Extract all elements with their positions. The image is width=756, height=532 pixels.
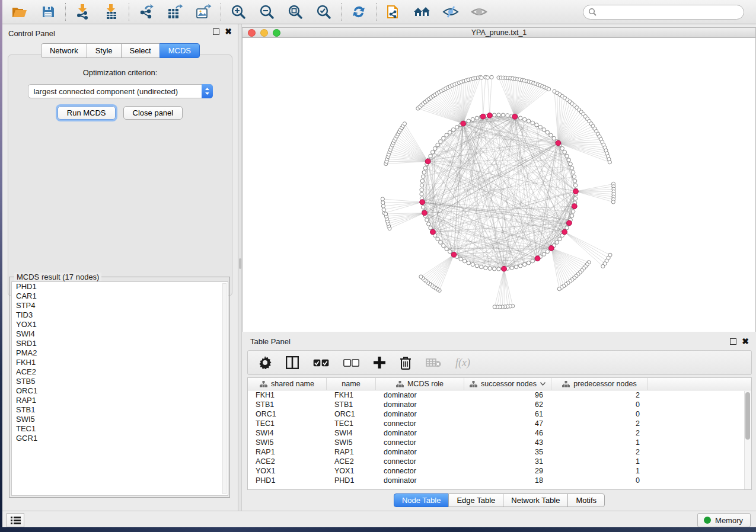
zoom-selected-icon[interactable] — [315, 3, 333, 21]
table-cell[interactable]: YOX1 — [248, 466, 327, 476]
close-table-panel-icon[interactable]: ✖ — [742, 338, 749, 345]
table-cell[interactable]: 2 — [551, 447, 648, 457]
select-all-icon[interactable] — [313, 359, 329, 367]
result-node-item[interactable]: PHD1 — [12, 282, 228, 291]
tab-motifs[interactable]: Motifs — [567, 493, 605, 507]
column-header-successor-nodes[interactable]: successor nodes — [464, 378, 551, 390]
result-node-item[interactable]: STP4 — [12, 301, 228, 310]
table-cell[interactable]: 43 — [464, 438, 551, 447]
table-cell[interactable]: 96 — [464, 390, 551, 400]
panel-splitter[interactable] — [238, 24, 242, 511]
tab-style[interactable]: Style — [87, 43, 122, 58]
table-cell[interactable]: 31 — [464, 457, 551, 466]
result-node-item[interactable]: STB1 — [12, 405, 228, 415]
tab-network[interactable]: Network — [41, 43, 87, 58]
result-node-item[interactable]: TID3 — [12, 310, 228, 320]
table-cell[interactable]: connector — [376, 457, 464, 466]
close-panel-button[interactable]: Close panel — [123, 106, 183, 120]
result-node-item[interactable]: CAR1 — [12, 291, 228, 301]
result-node-item[interactable]: FKH1 — [12, 358, 228, 367]
result-list-scrollbar[interactable] — [222, 283, 227, 494]
table-scrollbar[interactable] — [744, 391, 751, 489]
table-cell[interactable]: connector — [376, 419, 464, 428]
table-cell[interactable]: STB1 — [327, 400, 376, 409]
table-cell[interactable]: 0 — [551, 476, 648, 485]
close-panel-icon[interactable]: ✖ — [225, 28, 232, 35]
table-cell[interactable]: SWI4 — [248, 428, 327, 438]
table-cell[interactable]: 61 — [464, 409, 551, 419]
table-row[interactable]: YOX1YOX1connector291 — [248, 466, 751, 476]
result-node-item[interactable]: PMA2 — [12, 348, 228, 358]
task-history-button[interactable] — [7, 513, 24, 527]
network-document-icon[interactable] — [385, 3, 403, 21]
table-cell[interactable]: 35 — [464, 447, 551, 457]
column-header-shared-name[interactable]: shared name — [248, 378, 327, 390]
table-cell[interactable]: FKH1 — [248, 390, 327, 400]
table-row[interactable]: ACE2ACE2connector311 — [248, 457, 751, 466]
zoom-out-icon[interactable] — [258, 3, 276, 21]
network-canvas[interactable] — [243, 39, 755, 332]
optimization-criterion-select[interactable]: largest connected component (undirected) — [28, 84, 213, 98]
table-cell[interactable]: 1 — [551, 438, 648, 447]
search-input[interactable] — [599, 8, 739, 16]
memory-button[interactable]: Memory — [697, 513, 751, 527]
export-table-icon[interactable] — [166, 3, 184, 21]
search-field[interactable] — [583, 5, 744, 20]
run-mcds-button[interactable]: Run MCDS — [58, 106, 116, 120]
table-cell[interactable]: dominator — [376, 476, 464, 485]
export-network-icon[interactable] — [138, 3, 155, 21]
hide-eye-icon[interactable] — [442, 3, 460, 21]
table-cell[interactable]: 62 — [464, 400, 551, 409]
table-settings-icon[interactable] — [259, 356, 272, 369]
table-cell[interactable]: ACE2 — [248, 457, 327, 466]
table-cell[interactable]: 47 — [464, 419, 551, 428]
table-cell[interactable]: RAP1 — [248, 447, 327, 457]
table-cell[interactable]: dominator — [376, 400, 464, 409]
network-window-titlebar[interactable]: YPA_prune.txt_1 — [243, 28, 755, 38]
zoom-in-icon[interactable] — [229, 3, 247, 21]
table-cell[interactable]: 18 — [464, 476, 551, 485]
show-columns-icon[interactable] — [286, 356, 299, 369]
table-cell[interactable]: SWI4 — [327, 428, 376, 438]
delete-column-icon[interactable] — [400, 356, 412, 370]
add-column-icon[interactable] — [374, 357, 385, 368]
table-row[interactable]: SWI4SWI4dominator462 — [248, 428, 751, 438]
float-table-panel-icon[interactable] — [730, 338, 736, 345]
table-row[interactable]: TEC1TEC1connector472 — [248, 419, 751, 428]
table-cell[interactable]: dominator — [376, 390, 464, 400]
result-node-item[interactable]: SWI5 — [12, 415, 228, 424]
column-header-name[interactable]: name — [327, 378, 376, 390]
mcds-result-list[interactable]: PHD1CAR1STP4TID3YOX1SWI4SRD1PMA2FKH1ACE2… — [11, 281, 228, 496]
result-node-item[interactable]: YOX1 — [12, 320, 228, 329]
result-node-item[interactable]: ORC1 — [12, 386, 228, 396]
table-cell[interactable]: STB1 — [248, 400, 327, 409]
home-networks-icon[interactable] — [413, 3, 431, 21]
tab-edge-table[interactable]: Edge Table — [448, 493, 503, 507]
table-row[interactable]: STB1STB1dominator620 — [248, 400, 751, 409]
table-cell[interactable]: 46 — [464, 428, 551, 438]
table-scrollbar-thumb[interactable] — [745, 392, 750, 440]
table-cell[interactable]: TEC1 — [248, 419, 327, 428]
table-cell[interactable]: RAP1 — [327, 447, 376, 457]
table-cell[interactable]: dominator — [376, 409, 464, 419]
table-cell[interactable]: dominator — [376, 428, 464, 438]
table-cell[interactable]: SWI5 — [327, 438, 376, 447]
table-cell[interactable]: ORC1 — [248, 409, 327, 419]
table-cell[interactable]: TEC1 — [327, 419, 376, 428]
zoom-fit-icon[interactable] — [286, 3, 304, 21]
table-row[interactable]: RAP1RAP1dominator352 — [248, 447, 751, 457]
table-cell[interactable]: ORC1 — [327, 409, 376, 419]
table-cell[interactable]: PHD1 — [327, 476, 376, 485]
result-node-item[interactable]: SRD1 — [12, 339, 228, 348]
table-cell[interactable]: connector — [376, 438, 464, 447]
tab-mcds[interactable]: MCDS — [160, 43, 200, 58]
import-table-icon[interactable] — [103, 3, 120, 21]
result-node-item[interactable]: SWI4 — [12, 329, 228, 339]
delete-table-icon[interactable] — [426, 358, 441, 367]
table-cell[interactable]: 0 — [551, 409, 648, 419]
table-cell[interactable]: PHD1 — [248, 476, 327, 485]
result-node-item[interactable]: ACE2 — [12, 367, 228, 377]
table-cell[interactable]: SWI5 — [248, 438, 327, 447]
table-cell[interactable]: FKH1 — [327, 390, 376, 400]
open-session-icon[interactable] — [11, 3, 28, 21]
